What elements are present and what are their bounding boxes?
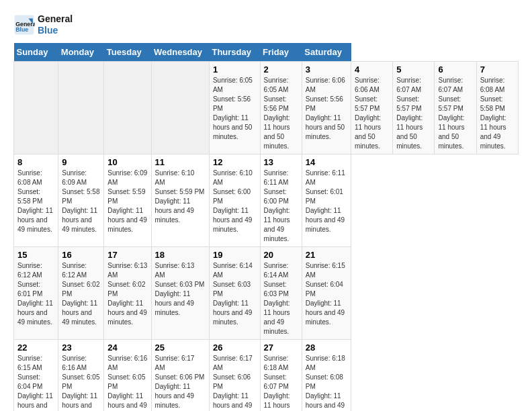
day-info: Sunrise: 6:17 AMSunset: 6:06 PMDaylight:… xyxy=(213,354,257,411)
day-info: Sunrise: 6:07 AMSunset: 5:57 PMDaylight:… xyxy=(438,76,472,151)
day-info: Sunrise: 6:17 AMSunset: 6:06 PMDaylight:… xyxy=(155,354,206,410)
calendar-cell: 15Sunrise: 6:12 AMSunset: 6:01 PMDayligh… xyxy=(14,246,58,339)
logo-text-blue: Blue xyxy=(38,25,58,36)
calendar-cell: 12Sunrise: 6:10 AMSunset: 6:00 PMDayligh… xyxy=(209,154,260,246)
day-info: Sunrise: 6:06 AMSunset: 5:57 PMDaylight:… xyxy=(355,76,389,151)
day-info: Sunrise: 6:10 AMSunset: 6:00 PMDaylight:… xyxy=(213,169,257,234)
calendar-cell: 27Sunrise: 6:18 AMSunset: 6:07 PMDayligh… xyxy=(260,339,302,411)
day-number: 10 xyxy=(107,157,147,167)
calendar-cell: 2Sunrise: 6:05 AMSunset: 5:56 PMDaylight… xyxy=(260,61,302,154)
day-header-sunday: Sunday xyxy=(14,43,58,62)
calendar-week-3: 15Sunrise: 6:12 AMSunset: 6:01 PMDayligh… xyxy=(14,246,519,339)
day-header-thursday: Thursday xyxy=(209,43,260,62)
day-info: Sunrise: 6:16 AMSunset: 6:05 PMDaylight:… xyxy=(107,354,147,411)
day-info: Sunrise: 6:18 AMSunset: 6:08 PMDaylight:… xyxy=(306,354,347,411)
calendar-cell: 19Sunrise: 6:14 AMSunset: 6:03 PMDayligh… xyxy=(209,246,260,339)
calendar-cell: 14Sunrise: 6:11 AMSunset: 6:01 PMDayligh… xyxy=(302,154,351,246)
calendar-cell xyxy=(151,61,209,154)
day-info: Sunrise: 6:15 AMSunset: 6:04 PMDaylight:… xyxy=(306,261,347,327)
day-number: 1 xyxy=(213,64,257,75)
day-info: Sunrise: 6:16 AMSunset: 6:05 PMDaylight:… xyxy=(62,354,100,411)
calendar-header-row: SundayMondayTuesdayWednesdayThursdayFrid… xyxy=(14,43,519,62)
calendar-week-2: 8Sunrise: 6:08 AMSunset: 5:58 PMDaylight… xyxy=(14,154,519,246)
day-header-monday: Monday xyxy=(58,43,104,62)
calendar-cell: 3Sunrise: 6:06 AMSunset: 5:56 PMDaylight… xyxy=(302,61,351,154)
day-header-wednesday: Wednesday xyxy=(151,43,209,62)
day-number: 9 xyxy=(62,157,100,167)
day-number: 14 xyxy=(306,157,347,167)
calendar-week-4: 22Sunrise: 6:15 AMSunset: 6:04 PMDayligh… xyxy=(14,339,519,411)
day-number: 2 xyxy=(264,64,298,75)
day-number: 24 xyxy=(107,342,147,353)
day-header-saturday: Saturday xyxy=(302,43,351,62)
day-number: 13 xyxy=(264,157,298,167)
calendar-cell: 11Sunrise: 6:10 AMSunset: 5:59 PMDayligh… xyxy=(151,154,209,246)
svg-text:Blue: Blue xyxy=(15,26,28,33)
day-info: Sunrise: 6:09 AMSunset: 5:59 PMDaylight:… xyxy=(107,169,147,234)
day-info: Sunrise: 6:05 AMSunset: 5:56 PMDaylight:… xyxy=(213,76,257,142)
calendar-cell xyxy=(104,61,151,154)
day-number: 23 xyxy=(62,342,100,353)
calendar-cell: 20Sunrise: 6:14 AMSunset: 6:03 PMDayligh… xyxy=(260,246,302,339)
day-header-friday: Friday xyxy=(260,43,302,62)
day-number: 5 xyxy=(396,64,431,75)
calendar-table: SundayMondayTuesdayWednesdayThursdayFrid… xyxy=(13,43,519,411)
calendar-cell: 22Sunrise: 6:15 AMSunset: 6:04 PMDayligh… xyxy=(14,339,58,411)
day-number: 28 xyxy=(306,342,347,353)
calendar-cell xyxy=(14,61,58,154)
logo-icon: General Blue xyxy=(13,14,35,36)
day-number: 27 xyxy=(264,342,298,353)
calendar-cell: 10Sunrise: 6:09 AMSunset: 5:59 PMDayligh… xyxy=(104,154,151,246)
day-number: 16 xyxy=(62,250,100,260)
calendar-cell: 9Sunrise: 6:09 AMSunset: 5:58 PMDaylight… xyxy=(58,154,104,246)
calendar-cell: 17Sunrise: 6:13 AMSunset: 6:02 PMDayligh… xyxy=(104,246,151,339)
day-number: 18 xyxy=(155,250,206,260)
calendar-cell: 7Sunrise: 6:08 AMSunset: 5:58 PMDaylight… xyxy=(476,61,518,154)
calendar-week-1: 1Sunrise: 6:05 AMSunset: 5:56 PMDaylight… xyxy=(14,61,519,154)
day-number: 21 xyxy=(306,250,347,260)
logo: General Blue General Blue xyxy=(13,13,73,36)
day-number: 12 xyxy=(213,157,257,167)
day-number: 15 xyxy=(17,250,54,260)
calendar-cell: 6Sunrise: 6:07 AMSunset: 5:57 PMDaylight… xyxy=(435,61,476,154)
day-header-tuesday: Tuesday xyxy=(104,43,151,62)
calendar-cell: 24Sunrise: 6:16 AMSunset: 6:05 PMDayligh… xyxy=(104,339,151,411)
day-info: Sunrise: 6:07 AMSunset: 5:57 PMDaylight:… xyxy=(396,76,431,151)
calendar-cell: 28Sunrise: 6:18 AMSunset: 6:08 PMDayligh… xyxy=(302,339,351,411)
day-info: Sunrise: 6:11 AMSunset: 6:01 PMDaylight:… xyxy=(306,169,347,234)
calendar-cell: 4Sunrise: 6:06 AMSunset: 5:57 PMDaylight… xyxy=(351,61,393,154)
day-number: 7 xyxy=(480,64,515,75)
day-info: Sunrise: 6:13 AMSunset: 6:03 PMDaylight:… xyxy=(155,261,206,318)
day-number: 3 xyxy=(306,64,347,75)
day-info: Sunrise: 6:12 AMSunset: 6:02 PMDaylight:… xyxy=(62,261,100,327)
day-number: 17 xyxy=(107,250,147,260)
day-number: 25 xyxy=(155,342,206,353)
day-info: Sunrise: 6:08 AMSunset: 5:58 PMDaylight:… xyxy=(17,169,54,234)
calendar-body: 1Sunrise: 6:05 AMSunset: 5:56 PMDaylight… xyxy=(14,61,519,411)
calendar-cell: 21Sunrise: 6:15 AMSunset: 6:04 PMDayligh… xyxy=(302,246,351,339)
day-info: Sunrise: 6:14 AMSunset: 6:03 PMDaylight:… xyxy=(213,261,257,327)
day-number: 8 xyxy=(17,157,54,167)
day-info: Sunrise: 6:12 AMSunset: 6:01 PMDaylight:… xyxy=(17,261,54,327)
day-info: Sunrise: 6:13 AMSunset: 6:02 PMDaylight:… xyxy=(107,261,147,327)
day-info: Sunrise: 6:15 AMSunset: 6:04 PMDaylight:… xyxy=(17,354,54,411)
day-number: 6 xyxy=(438,64,472,75)
day-info: Sunrise: 6:05 AMSunset: 5:56 PMDaylight:… xyxy=(264,76,298,151)
day-info: Sunrise: 6:08 AMSunset: 5:58 PMDaylight:… xyxy=(480,76,515,151)
calendar-cell: 16Sunrise: 6:12 AMSunset: 6:02 PMDayligh… xyxy=(58,246,104,339)
calendar-cell: 13Sunrise: 6:11 AMSunset: 6:00 PMDayligh… xyxy=(260,154,302,246)
calendar-cell xyxy=(58,61,104,154)
calendar-cell: 5Sunrise: 6:07 AMSunset: 5:57 PMDaylight… xyxy=(393,61,435,154)
day-number: 22 xyxy=(17,342,54,353)
day-info: Sunrise: 6:09 AMSunset: 5:58 PMDaylight:… xyxy=(62,169,100,234)
calendar-cell: 18Sunrise: 6:13 AMSunset: 6:03 PMDayligh… xyxy=(151,246,209,339)
calendar-cell: 25Sunrise: 6:17 AMSunset: 6:06 PMDayligh… xyxy=(151,339,209,411)
calendar-cell: 26Sunrise: 6:17 AMSunset: 6:06 PMDayligh… xyxy=(209,339,260,411)
day-info: Sunrise: 6:10 AMSunset: 5:59 PMDaylight:… xyxy=(155,169,206,225)
calendar-cell: 1Sunrise: 6:05 AMSunset: 5:56 PMDaylight… xyxy=(209,61,260,154)
day-number: 26 xyxy=(213,342,257,353)
day-number: 4 xyxy=(355,64,389,75)
calendar-cell: 23Sunrise: 6:16 AMSunset: 6:05 PMDayligh… xyxy=(58,339,104,411)
day-number: 11 xyxy=(155,157,206,167)
day-info: Sunrise: 6:11 AMSunset: 6:00 PMDaylight:… xyxy=(264,169,298,244)
